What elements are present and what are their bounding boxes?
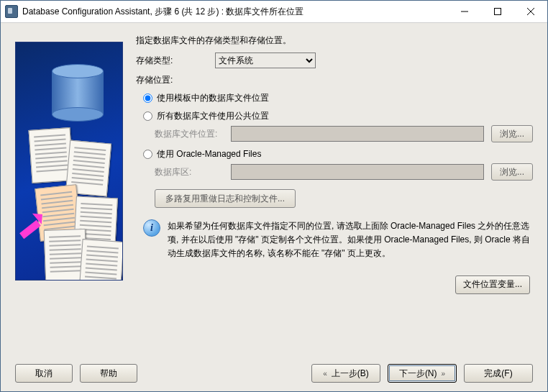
- finish-button[interactable]: 完成(F): [464, 364, 533, 383]
- radio-use-template-input[interactable]: [143, 94, 152, 103]
- minimize-button[interactable]: [448, 1, 481, 22]
- radio-use-common[interactable]: 所有数据库文件使用公共位置: [143, 110, 533, 122]
- browse-db-area-button[interactable]: 浏览...: [491, 163, 533, 181]
- database-cylinder-icon: [52, 64, 102, 122]
- info-text: 如果希望为任何数据库文件指定不同的位置, 请选取上面除 Oracle-Manag…: [168, 219, 533, 261]
- next-button-label: 下一步(N): [399, 368, 437, 380]
- multiplex-redo-control-button[interactable]: 多路复用重做日志和控制文件...: [155, 189, 296, 208]
- radio-use-common-input[interactable]: [143, 111, 152, 121]
- window: Database Configuration Assistant, 步骤 6 (…: [0, 0, 548, 392]
- client-area: 指定数据库文件的存储类型和存储位置。 存储类型: 文件系统 存储位置: 使用模板…: [1, 23, 547, 391]
- close-button[interactable]: [514, 1, 547, 22]
- db-area-input[interactable]: [231, 164, 484, 180]
- radio-use-common-label: 所有数据库文件使用公共位置: [157, 110, 269, 122]
- cancel-button[interactable]: 取消: [15, 364, 73, 383]
- db-file-location-input[interactable]: [231, 126, 484, 142]
- info-row: 如果希望为任何数据库文件指定不同的位置, 请选取上面除 Oracle-Manag…: [143, 219, 533, 261]
- window-buttons: [448, 1, 547, 22]
- radio-use-omf-label: 使用 Oracle-Managed Files: [157, 148, 261, 160]
- app-icon: [5, 5, 18, 18]
- radio-use-omf-input[interactable]: [143, 150, 152, 159]
- page-icon: [78, 239, 123, 281]
- wizard-illustration-column: [15, 35, 123, 355]
- radio-use-template-label: 使用模板中的数据库文件位置: [157, 92, 269, 104]
- intro-text: 指定数据库文件的存储类型和存储位置。: [136, 35, 533, 47]
- window-title: Database Configuration Assistant, 步骤 6 (…: [22, 6, 448, 18]
- info-icon: [143, 219, 160, 237]
- maximize-button[interactable]: [481, 1, 514, 22]
- chevron-right-icon: »: [442, 370, 446, 378]
- storage-type-select[interactable]: 文件系统: [215, 53, 316, 68]
- back-button[interactable]: « 上一步(B): [311, 364, 380, 383]
- file-location-variables-button[interactable]: 文件位置变量...: [455, 275, 530, 294]
- db-file-location-label: 数据库文件位置:: [155, 128, 227, 140]
- titlebar: Database Configuration Assistant, 步骤 6 (…: [1, 1, 547, 23]
- radio-use-template[interactable]: 使用模板中的数据库文件位置: [143, 92, 533, 104]
- form-area: 指定数据库文件的存储类型和存储位置。 存储类型: 文件系统 存储位置: 使用模板…: [136, 35, 533, 355]
- storage-type-label: 存储类型:: [136, 55, 215, 67]
- db-area-label: 数据库区:: [155, 166, 227, 178]
- back-button-label: 上一步(B): [332, 368, 369, 380]
- next-button[interactable]: 下一步(N) »: [388, 364, 457, 383]
- browse-db-file-location-button[interactable]: 浏览...: [491, 125, 533, 142]
- chevron-left-icon: «: [323, 370, 327, 378]
- wizard-illustration: [15, 42, 123, 281]
- storage-location-label: 存储位置:: [136, 74, 533, 86]
- button-bar: 取消 帮助 « 上一步(B) 下一步(N) » 完成(F): [15, 355, 533, 383]
- help-button[interactable]: 帮助: [80, 364, 137, 383]
- svg-rect-1: [495, 9, 501, 15]
- upper-area: 指定数据库文件的存储类型和存储位置。 存储类型: 文件系统 存储位置: 使用模板…: [15, 35, 533, 355]
- radio-use-omf[interactable]: 使用 Oracle-Managed Files: [143, 148, 533, 160]
